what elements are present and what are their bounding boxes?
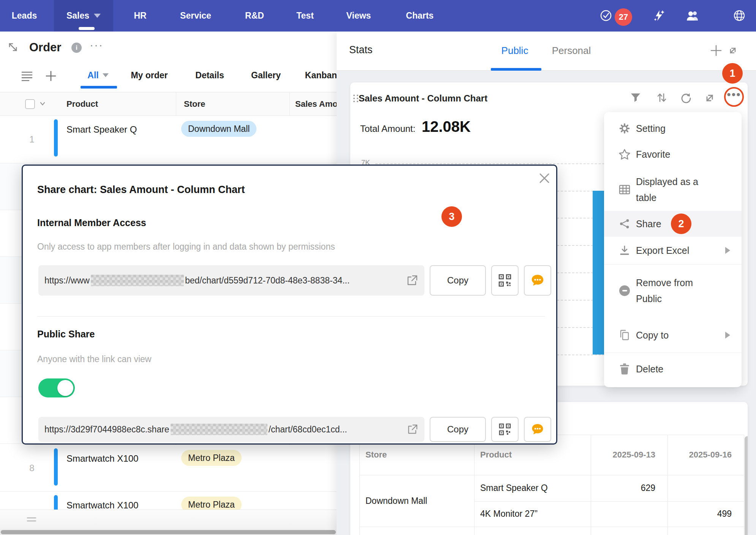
row-height-icon[interactable] bbox=[27, 516, 36, 522]
scrollbar-thumb[interactable] bbox=[1, 530, 336, 534]
submenu-chevron-icon bbox=[725, 247, 730, 254]
globe-icon[interactable] bbox=[733, 9, 746, 22]
nav-tab-charts[interactable]: Charts bbox=[397, 0, 443, 32]
filter-icon[interactable] bbox=[630, 93, 641, 103]
chat-bubble-icon bbox=[531, 423, 544, 435]
view-tab-my-order[interactable]: My order bbox=[127, 68, 172, 83]
view-list-icon[interactable] bbox=[21, 71, 33, 81]
horizontal-scrollbar[interactable] bbox=[0, 529, 337, 535]
notification-badge[interactable]: 27 bbox=[615, 8, 632, 26]
more-options-icon[interactable]: ··· bbox=[90, 38, 103, 51]
copy-public-link-button[interactable]: Copy bbox=[430, 417, 486, 442]
collapse-diagonal-icon[interactable] bbox=[7, 41, 19, 53]
menu-item-displayed-as-table[interactable]: Displayed as a table bbox=[604, 168, 742, 211]
open-link-icon[interactable] bbox=[406, 423, 418, 435]
menu-item-setting[interactable]: Setting bbox=[604, 117, 742, 140]
feedback-chat-button[interactable] bbox=[524, 265, 551, 296]
pivot-cell-product: Smart Speaker Q bbox=[480, 483, 548, 493]
menu-item-favorite[interactable]: Favorite bbox=[604, 140, 742, 168]
copy-icon bbox=[618, 329, 631, 341]
column-header-sales-amount[interactable]: Sales Amount bbox=[295, 92, 337, 116]
download-icon bbox=[618, 245, 631, 256]
pivot-header-date1: 2025-09-13 bbox=[591, 450, 655, 460]
chevron-down-icon[interactable] bbox=[39, 100, 46, 108]
cell-product[interactable]: Smartwatch X100 bbox=[66, 453, 138, 464]
redacted-url-segment bbox=[91, 275, 184, 286]
members-icon[interactable] bbox=[686, 10, 700, 22]
internal-share-link-field[interactable]: https://www bed/chart/d559d712-70d8-48e3… bbox=[38, 265, 424, 296]
cell-store-pill[interactable]: Metro Plaza bbox=[181, 450, 242, 466]
column-header-product[interactable]: Product bbox=[66, 92, 98, 116]
nav-tab-hr[interactable]: HR bbox=[117, 0, 163, 32]
pivot-header-store: Store bbox=[365, 450, 387, 460]
chart-more-options-icon[interactable]: ••• bbox=[724, 87, 744, 107]
select-all-checkbox[interactable] bbox=[25, 99, 35, 109]
menu-item-delete[interactable]: Delete bbox=[604, 353, 742, 385]
column-header-store[interactable]: Store bbox=[184, 92, 205, 116]
pivot-cell-product: 4K Monitor 27” bbox=[480, 509, 538, 519]
table-row[interactable]: 1 Smart Speaker Q Downdown Mall bbox=[0, 116, 337, 163]
public-share-toggle[interactable] bbox=[38, 378, 75, 397]
open-link-icon[interactable] bbox=[405, 274, 418, 287]
stats-title: Stats bbox=[349, 44, 373, 56]
tab-personal[interactable]: Personal bbox=[545, 43, 598, 58]
annotation-badge-3: 3 bbox=[441, 206, 462, 227]
table-header-row: Product Store Sales Amount bbox=[0, 92, 337, 116]
view-tab-all[interactable]: All bbox=[80, 68, 116, 83]
cell-product[interactable]: Smart Speaker Q bbox=[66, 124, 137, 135]
close-icon[interactable] bbox=[538, 172, 551, 185]
table-border bbox=[359, 435, 360, 535]
submenu-chevron-icon bbox=[725, 332, 730, 339]
app-window: Leads Sales HR Service R&D Test Views Ch… bbox=[0, 0, 756, 535]
drag-handle-icon[interactable] bbox=[353, 95, 359, 102]
pivot-cell-value: 499 bbox=[667, 509, 732, 519]
top-nav: Leads Sales HR Service R&D Test Views Ch… bbox=[0, 0, 756, 32]
active-tab-indicator bbox=[491, 68, 541, 71]
cell-product[interactable]: Smartwatch X100 bbox=[66, 500, 138, 511]
nav-tab-test[interactable]: Test bbox=[282, 0, 328, 32]
chevron-down-icon bbox=[94, 14, 101, 18]
feedback-chat-button[interactable] bbox=[524, 417, 551, 442]
tab-public[interactable]: Public bbox=[495, 43, 534, 58]
table-border bbox=[474, 501, 744, 502]
sort-icon[interactable] bbox=[656, 92, 667, 103]
row-accent-bar bbox=[54, 119, 58, 157]
expand-panel-icon[interactable] bbox=[726, 44, 740, 57]
copy-internal-link-button[interactable]: Copy bbox=[430, 265, 486, 296]
gear-icon bbox=[618, 123, 631, 134]
menu-item-export-excel[interactable]: Export Excel bbox=[604, 237, 742, 264]
row-number: 1 bbox=[24, 134, 40, 145]
approval-check-icon[interactable] bbox=[600, 9, 612, 22]
info-icon[interactable]: i bbox=[71, 43, 82, 53]
share-icon bbox=[618, 218, 631, 229]
vertical-scrollbar[interactable] bbox=[745, 436, 748, 535]
view-tab-details[interactable]: Details bbox=[187, 68, 232, 83]
menu-item-copy-to[interactable]: Copy to bbox=[604, 317, 742, 353]
add-view-icon[interactable] bbox=[46, 71, 56, 81]
view-tab-kanban[interactable]: Kanban bbox=[298, 68, 337, 83]
qr-code-icon bbox=[498, 274, 511, 287]
nav-tab-rd[interactable]: R&D bbox=[232, 0, 277, 32]
nav-tab-service[interactable]: Service bbox=[173, 0, 218, 32]
table-row[interactable]: 8 Smartwatch X100 Metro Plaza bbox=[0, 445, 337, 492]
row-accent-bar bbox=[54, 448, 58, 486]
qr-code-button[interactable] bbox=[491, 417, 519, 442]
nav-tab-leads[interactable]: Leads bbox=[2, 0, 47, 32]
chart-title: Sales Amount - Column Chart bbox=[359, 93, 487, 104]
view-tab-gallery[interactable]: Gallery bbox=[243, 68, 289, 83]
nav-tab-views[interactable]: Views bbox=[336, 0, 381, 32]
annotation-badge-2: 2 bbox=[671, 214, 691, 234]
automation-sparkle-icon[interactable] bbox=[652, 9, 665, 22]
public-share-link-field[interactable]: https://3d29f7044988ec8c.share /chart/68… bbox=[38, 417, 424, 442]
star-icon bbox=[618, 149, 631, 160]
qr-code-button[interactable] bbox=[491, 265, 519, 296]
total-amount-label: Total Amount: bbox=[360, 123, 415, 134]
menu-item-remove-from-public[interactable]: Remove from Public bbox=[604, 265, 742, 317]
refresh-icon[interactable] bbox=[680, 92, 692, 104]
add-chart-icon[interactable] bbox=[709, 44, 723, 57]
expand-chart-icon[interactable] bbox=[704, 92, 715, 104]
table-icon bbox=[618, 185, 631, 195]
cell-store-pill[interactable]: Downdown Mall bbox=[181, 121, 256, 137]
annotation-badge-1: 1 bbox=[722, 63, 743, 84]
nav-tab-sales[interactable]: Sales bbox=[54, 0, 113, 32]
